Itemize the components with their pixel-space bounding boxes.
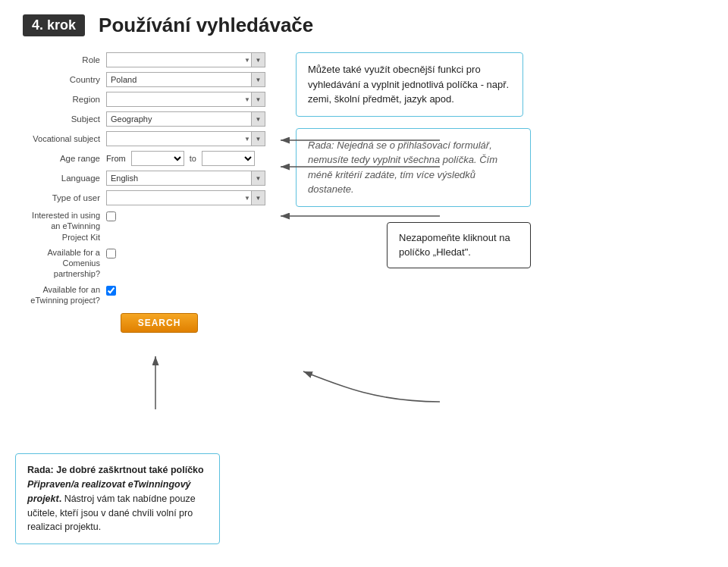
subject-label: Subject: [23, 114, 106, 125]
etwinning-project-checkbox[interactable]: [106, 286, 116, 296]
subject-field[interactable]: Geography: [106, 111, 252, 127]
callout-top-right-text: Můžete také využít obecnější funkci pro …: [308, 64, 509, 105]
language-arrow[interactable]: ▼: [252, 171, 265, 186]
language-value: English: [108, 174, 138, 183]
age-range-label: Age range: [23, 153, 106, 164]
type-of-user-select[interactable]: [106, 190, 252, 205]
type-of-user-arrow[interactable]: ▼: [252, 190, 265, 205]
page-header: 4. krok Používání vyhledávače: [0, 0, 728, 45]
search-button[interactable]: SEARCH: [121, 313, 199, 333]
language-label: Language: [23, 173, 106, 184]
etwinning-kit-row: Interested in using an eTwinning Project…: [23, 210, 265, 243]
age-range-row: Age range From to: [23, 151, 265, 166]
country-row: Country Poland ▼: [23, 72, 265, 87]
type-of-user-select-wrapper: [106, 190, 252, 205]
role-arrow[interactable]: ▼: [252, 52, 265, 67]
country-label: Country: [23, 74, 106, 86]
role-select-wrapper: [106, 52, 252, 67]
region-label: Region: [23, 94, 106, 105]
vocational-select[interactable]: [106, 131, 252, 146]
country-arrow[interactable]: ▼: [252, 72, 265, 87]
callout-bottom-left: Rada: Je dobré zaškrtnout také políčko P…: [15, 453, 220, 544]
type-of-user-label: Type of user: [23, 193, 106, 204]
vocational-arrow[interactable]: ▼: [252, 131, 265, 146]
language-row: Language English ▼: [23, 171, 265, 186]
region-arrow[interactable]: ▼: [252, 92, 265, 107]
vocational-select-wrapper: [106, 131, 252, 146]
language-field[interactable]: English: [106, 171, 252, 186]
vocational-row: Vocational subject ▼: [23, 131, 265, 146]
callout-bottom-right-text: Nezapomeňte kliknout na políčko „Hledat"…: [399, 232, 510, 258]
country-field[interactable]: Poland: [106, 72, 252, 87]
callout-top-right: Můžete také využít obecnější funkci pro …: [296, 52, 523, 117]
role-select[interactable]: [106, 52, 252, 67]
age-to-select[interactable]: [202, 151, 255, 166]
callout-bottom-left-text: Rada: Je dobré zaškrtnout také políčko P…: [27, 465, 204, 532]
callout-mid-right: Rada: Nejedná se o přihlašovací formulář…: [296, 128, 531, 207]
etwinning-project-label: Available for an eTwinning project?: [23, 284, 106, 306]
type-of-user-row: Type of user ▼: [23, 190, 265, 205]
age-to-label: to: [190, 154, 196, 163]
callout-mid-right-text: Rada: Nejedná se o přihlašovací formulář…: [308, 139, 497, 196]
region-select-wrapper: [106, 92, 252, 107]
comenius-checkbox[interactable]: [106, 249, 116, 258]
role-label: Role: [23, 55, 106, 66]
right-callouts: Můžete také využít obecnější funkci pro …: [265, 45, 720, 333]
vocational-label: Vocational subject: [23, 133, 106, 144]
subject-value: Geography: [108, 114, 152, 124]
country-value: Poland: [108, 75, 136, 84]
role-row: Role ▼: [23, 52, 265, 67]
age-from-select[interactable]: [131, 151, 184, 166]
etwinning-kit-label: Interested in using an eTwinning Project…: [23, 210, 106, 243]
search-form: Role ▼ Country Poland ▼ Region: [8, 45, 265, 333]
search-btn-row: SEARCH: [53, 313, 265, 333]
comenius-label: Available for a Comenius partnership?: [23, 247, 106, 280]
etwinning-project-row: Available for an eTwinning project?: [23, 284, 265, 306]
step-label: 4. krok: [23, 14, 85, 36]
region-row: Region ▼: [23, 92, 265, 107]
age-from-label: From: [106, 154, 126, 163]
age-range-controls: From to: [106, 151, 255, 166]
comenius-row: Available for a Comenius partnership?: [23, 247, 265, 280]
callout-bottom-right: Nezapomeňte kliknout na políčko „Hledat"…: [387, 222, 531, 268]
subject-row: Subject Geography ▼: [23, 111, 265, 127]
region-select[interactable]: [106, 92, 252, 107]
etwinning-kit-checkbox[interactable]: [106, 211, 116, 221]
subject-arrow[interactable]: ▼: [252, 111, 265, 127]
page-title: Používání vyhledávače: [99, 14, 313, 37]
